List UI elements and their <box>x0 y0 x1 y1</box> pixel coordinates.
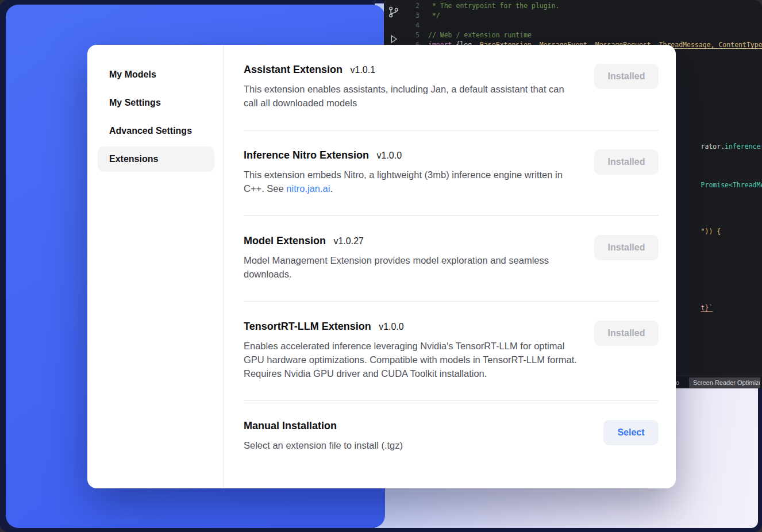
extension-name: TensortRT-LLM Extension <box>244 321 371 332</box>
installed-button[interactable]: Installed <box>594 64 659 89</box>
extension-row: Assistant Extension v1.0.1 This extensio… <box>244 45 659 130</box>
nitro-jan-ai-link[interactable]: nitro.jan.ai <box>286 183 330 194</box>
extension-version: v1.0.0 <box>379 322 404 331</box>
line-number: 5 <box>403 30 420 40</box>
extension-row: Model Extension v1.0.27 Model Management… <box>244 216 659 302</box>
git-branch-icon[interactable] <box>387 6 400 18</box>
code-fragment: ")) { <box>677 217 721 246</box>
sidebar-item-my-settings[interactable]: My Settings <box>98 90 214 115</box>
code-line: 5 // Web / extension runtime <box>403 30 762 40</box>
extension-name: Assistant Extension <box>244 64 342 75</box>
code-fragment: rator.inference(data)); <box>677 132 762 161</box>
line-number: 3 <box>403 11 420 21</box>
extension-info: Model Extension v1.0.27 Model Management… <box>244 235 580 281</box>
extension-version: v1.0.1 <box>351 65 376 75</box>
extension-row: TensortRT-LLM Extension v1.0.0 Enables a… <box>244 302 659 401</box>
installed-button[interactable]: Installed <box>594 149 659 175</box>
extension-info: Inference Nitro Extension v1.0.0 This ex… <box>244 149 580 195</box>
extension-row: Inference Nitro Extension v1.0.0 This ex… <box>244 130 659 216</box>
extension-version: v1.0.27 <box>333 236 363 246</box>
extension-heading: TensortRT-LLM Extension v1.0.0 <box>244 321 580 333</box>
extension-info: Assistant Extension v1.0.1 This extensio… <box>244 64 580 110</box>
extension-description: This extension enables assistants, inclu… <box>244 82 580 110</box>
manual-installation-description: Select an extension file to install (.tg… <box>244 438 403 452</box>
code-line: 4 <box>403 21 762 30</box>
screenshot-root: 2 * The entrypoint for the plugin. 3 */ … <box>0 0 762 532</box>
extension-version: v1.0.0 <box>377 151 402 160</box>
extension-name: Model Extension <box>244 235 326 246</box>
line-number: 2 <box>403 1 420 11</box>
extension-description: This extension embeds Nitro, a lightweig… <box>244 168 580 195</box>
sidebar-item-advanced-settings[interactable]: Advanced Settings <box>98 118 214 144</box>
installed-button[interactable]: Installed <box>594 321 659 346</box>
code-fragment: t}` <box>677 294 713 323</box>
installed-button[interactable]: Installed <box>594 235 659 260</box>
manual-installation-row: Manual Installation Select an extension … <box>244 401 659 472</box>
run-icon[interactable] <box>388 33 399 45</box>
code-string: ")) { <box>701 228 721 236</box>
extension-heading: Inference Nitro Extension v1.0.0 <box>244 149 580 161</box>
extension-name: Inference Nitro Extension <box>244 149 369 161</box>
extension-heading: Model Extension v1.0.27 <box>244 235 580 247</box>
sidebar-item-extensions[interactable]: Extensions <box>98 147 214 172</box>
extensions-panel: Assistant Extension v1.0.1 This extensio… <box>224 45 676 488</box>
extension-heading: Assistant Extension v1.0.1 <box>244 64 580 76</box>
settings-sidebar: My Models My Settings Advanced Settings … <box>87 45 224 488</box>
select-button[interactable]: Select <box>603 420 659 445</box>
code-fragment: Promise<ThreadMessage> <box>677 171 762 200</box>
code-text: // Web / extension runtime <box>428 30 532 40</box>
manual-installation-title: Manual Installation <box>244 420 337 431</box>
code-text: rator. <box>701 142 725 151</box>
manual-installation-info: Manual Installation Select an extension … <box>244 420 403 452</box>
extension-info: TensortRT-LLM Extension v1.0.0 Enables a… <box>244 321 580 380</box>
extension-description: Model Management Extension provides mode… <box>244 253 580 281</box>
extension-description: Enables accelerated inference leveraging… <box>244 339 580 380</box>
code-area: 2 * The entrypoint for the plugin. 3 */ … <box>403 1 762 50</box>
code-type: Promise<ThreadMessage> <box>701 181 762 189</box>
code-text: */ <box>428 11 440 21</box>
code-template-string: t}` <box>701 304 713 312</box>
code-text: * The entrypoint for the plugin. <box>428 1 559 11</box>
manual-installation-heading: Manual Installation <box>244 420 403 432</box>
sidebar-item-my-models[interactable]: My Models <box>98 62 214 87</box>
screen-reader-mode-badge[interactable]: Screen Reader Optimized <box>689 377 760 388</box>
code-line: 2 * The entrypoint for the plugin. <box>403 1 762 11</box>
code-line: 3 */ <box>403 11 762 21</box>
settings-modal: My Models My Settings Advanced Settings … <box>87 45 676 488</box>
description-text: . <box>330 183 333 194</box>
line-number: 4 <box>403 21 420 30</box>
code-method: inference <box>725 142 760 151</box>
